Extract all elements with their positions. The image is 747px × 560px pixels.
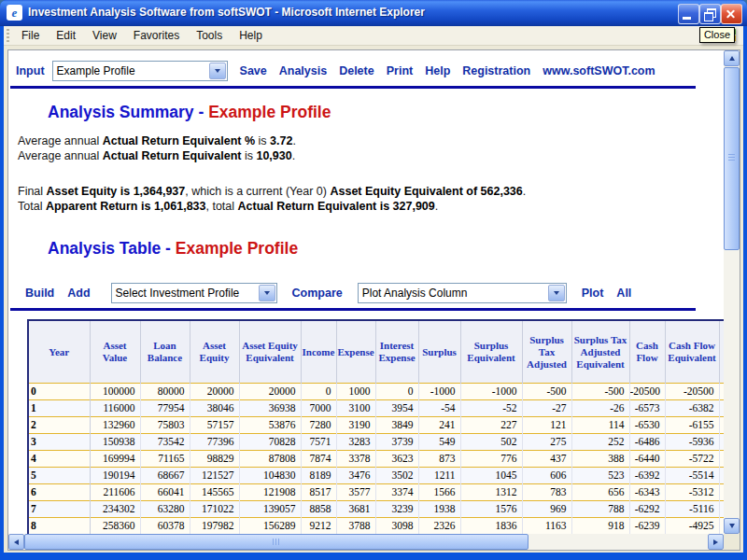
top-nav-row: Input Example Profile SaveAnalysisDelete… [8, 60, 724, 82]
vertical-scroll-thumb[interactable] [724, 67, 740, 250]
table-row: 6211606660411455651219088517357733741566… [28, 484, 724, 501]
cell-value: 3577 [336, 484, 375, 501]
table-heading: Analysis Table - Example Profile [48, 239, 724, 259]
cell-value: 121527 [190, 468, 239, 484]
menu-item-file[interactable]: File [13, 27, 48, 44]
toolbar-link-save[interactable]: Save [240, 64, 267, 77]
cell-value: -500 [571, 384, 629, 400]
cell-value: 3374 [375, 484, 418, 501]
cell-value: 437 [522, 451, 571, 468]
cell-value: -6343 [629, 484, 665, 501]
menu-item-edit[interactable]: Edit [48, 27, 84, 44]
table-row: 8258360603781979821562899212378830982326… [28, 518, 724, 535]
cell-value: 98829 [190, 451, 239, 468]
title-bar[interactable]: e Investment Analysis Software from soft… [0, 0, 747, 26]
cell-year: 6 [28, 484, 90, 501]
cell-value: 7280 [301, 417, 336, 434]
minimize-button[interactable] [678, 4, 699, 24]
horizontal-scrollbar[interactable] [8, 534, 724, 550]
cell-value: 241 [418, 417, 460, 434]
profile-select[interactable]: Example Profile [52, 61, 228, 81]
cell-value: 776 [460, 451, 522, 468]
scroll-up-button[interactable] [724, 50, 740, 66]
cell-value: 3623 [375, 451, 418, 468]
summary-line: Average annual Actual Return Equivalent … [18, 149, 724, 164]
page-content: Input Example Profile SaveAnalysisDelete… [8, 50, 724, 534]
chevron-down-icon[interactable] [259, 285, 275, 301]
toolbar-link-delete[interactable]: Delete [339, 64, 374, 77]
scroll-left-button[interactable] [8, 534, 24, 550]
cell-year: 4 [28, 451, 90, 468]
toolbar-link-print[interactable]: Print [387, 64, 413, 77]
cell-value: 116000 [90, 400, 140, 417]
summary-paragraph-2: Final Asset Equity is 1,364,937, which i… [18, 185, 724, 214]
arrow-left-icon [14, 539, 19, 545]
cell-value: -5312 [665, 484, 719, 501]
plot-links: PlotAll [582, 287, 645, 300]
chevron-down-icon[interactable] [548, 285, 565, 301]
cell-value: 275 [522, 434, 571, 451]
cell-value: 1576 [460, 501, 522, 518]
all-link[interactable]: All [616, 287, 631, 300]
column-header-surplus-tax-adjusted-equivalent: Surplus Tax Adjusted Equivalent [571, 320, 629, 384]
cell-value: 788 [571, 501, 629, 518]
cell-value: 388 [571, 451, 629, 468]
close-button[interactable] [721, 4, 742, 24]
table-row: 5190194686671215271048308189347635021211… [28, 468, 724, 484]
menu-item-view[interactable]: View [84, 27, 125, 44]
cell-value: -6155 [665, 417, 719, 434]
cell-value: -6486 [629, 434, 665, 451]
cell-year: 2 [28, 417, 90, 434]
menu-bar: FileEditViewFavoritesToolsHelp [4, 26, 743, 46]
toolbar-grip[interactable] [7, 29, 9, 42]
cell-value: 211606 [90, 484, 140, 501]
divider-rule [10, 86, 696, 89]
cell-value: -6440 [629, 451, 665, 468]
cell-value: 1211 [418, 468, 460, 484]
add-link[interactable]: Add [67, 287, 90, 300]
cell-value: 3239 [375, 501, 418, 518]
table-row: 7234302632801710221390578858368132391938… [28, 501, 724, 518]
cell-value: 20000 [190, 384, 239, 400]
cell-value: 150938 [90, 434, 140, 451]
cell-value: -1000 [418, 384, 460, 400]
cell-value: 171022 [190, 501, 239, 518]
cell-value: 145565 [190, 484, 239, 501]
cell-value: 71165 [140, 451, 190, 468]
cell-value: -27 [522, 400, 571, 417]
build-link[interactable]: Build [25, 287, 54, 300]
cell-value: 80000 [140, 384, 190, 400]
menu-item-favorites[interactable]: Favorites [125, 27, 188, 44]
profile-select-value: Example Profile [57, 64, 135, 77]
scroll-down-button[interactable] [724, 518, 740, 534]
chevron-down-icon[interactable] [209, 63, 226, 79]
cell-value: 53876 [239, 417, 301, 434]
restore-button[interactable] [699, 4, 721, 24]
cell-value: -1000 [460, 384, 522, 400]
menu-item-tools[interactable]: Tools [188, 27, 231, 44]
compare-link[interactable]: Compare [292, 287, 343, 300]
cell-value: 38046 [190, 400, 239, 417]
toolbar-link-www-softswot-com[interactable]: www.softSWOT.com [543, 64, 655, 77]
scroll-right-button[interactable] [708, 534, 724, 550]
cell-value: 3849 [375, 417, 418, 434]
horizontal-scroll-thumb[interactable] [24, 534, 529, 550]
cell-value: -6573 [629, 400, 665, 417]
menu-item-help[interactable]: Help [231, 27, 271, 44]
build-links: BuildAdd [25, 287, 104, 300]
column-header-cash-flow: Cash Flow [629, 320, 665, 384]
cell-year: 0 [28, 384, 90, 400]
plot-column-select[interactable]: Plot Analysis Column [358, 283, 567, 303]
menu-items: FileEditViewFavoritesToolsHelp [13, 27, 271, 44]
plot-link[interactable]: Plot [582, 287, 604, 300]
cell-value: 3476 [336, 468, 375, 484]
cell-year: 5 [28, 468, 90, 484]
toolbar-link-help[interactable]: Help [425, 64, 450, 77]
toolbar-link-registration[interactable]: Registration [462, 64, 530, 77]
cell-value: 36938 [239, 400, 301, 417]
analysis-table: YearAsset ValueLoan BalanceAsset EquityA… [27, 319, 724, 534]
toolbar-link-analysis[interactable]: Analysis [279, 64, 327, 77]
investment-profile-select[interactable]: Select Investment Profile [111, 283, 277, 303]
toolbar-links: SaveAnalysisDeletePrintHelpRegistrationw… [228, 64, 655, 77]
vertical-scrollbar[interactable] [724, 50, 740, 534]
